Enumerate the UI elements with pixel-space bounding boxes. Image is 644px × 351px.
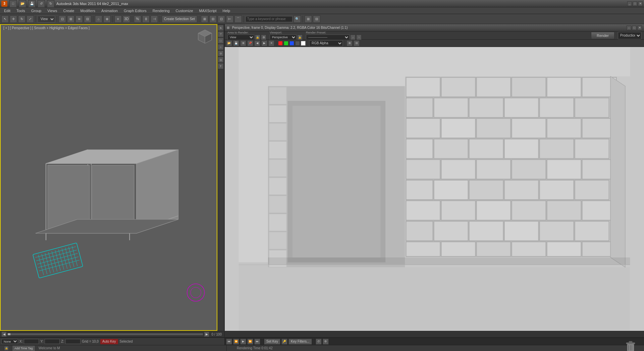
snap3-btn[interactable]: ≋ xyxy=(75,15,83,23)
red-channel-btn[interactable] xyxy=(278,41,283,46)
torus-btn[interactable]: ◎ xyxy=(218,57,224,63)
render-quick-btn[interactable]: ⊞ xyxy=(305,15,312,23)
array-btn[interactable]: ⊢ xyxy=(226,15,233,23)
add-time-tag-btn[interactable]: Add Time Tag xyxy=(12,345,35,351)
curve-btn[interactable]: ⌒ xyxy=(234,15,242,23)
menu-rendering[interactable]: Rendering xyxy=(150,8,172,13)
area-to-render-dropdown[interactable]: View xyxy=(227,35,254,40)
rotate-btn[interactable]: ↻ xyxy=(18,15,25,23)
3d-btn[interactable]: 3D xyxy=(123,15,130,23)
svg-rect-88 xyxy=(434,221,468,241)
link-btn[interactable]: ⌂ xyxy=(95,15,102,23)
layer-btn[interactable]: ⊞ xyxy=(201,15,208,23)
render-pin-btn[interactable]: 📌 xyxy=(247,40,253,46)
render-zoom-btn[interactable]: ⊞ xyxy=(346,40,353,46)
save-btn[interactable]: 💾 xyxy=(28,0,36,7)
filter-dropdown[interactable]: None xyxy=(1,339,18,344)
render-type-dropdown[interactable]: Production xyxy=(618,32,641,39)
viewport-label: Viewport: xyxy=(270,31,303,34)
menu-help[interactable]: Help xyxy=(220,8,233,13)
create-selection-btn[interactable]: Create Selection Set xyxy=(162,15,197,23)
timeline-next-btn[interactable]: ▶ xyxy=(204,332,209,337)
search-submit-btn[interactable]: 🔍 xyxy=(293,15,301,23)
text-btn[interactable]: T xyxy=(218,63,224,69)
new-btn[interactable]: □ xyxy=(9,0,17,7)
white-channel-btn[interactable] xyxy=(301,41,306,46)
timeline-area: ◀ ▶ 0 / 100 xyxy=(0,332,225,337)
bind-btn[interactable]: ⊕ xyxy=(103,15,111,23)
percent-btn[interactable]: % xyxy=(134,15,141,23)
area-lock-btn[interactable]: 🔒 xyxy=(255,35,260,40)
render-close-btn[interactable]: ✕ xyxy=(637,26,642,30)
x-input[interactable] xyxy=(24,339,39,344)
scale-btn[interactable]: ⤢ xyxy=(26,15,34,23)
undo-btn[interactable]: ↺ xyxy=(38,0,45,7)
open-btn[interactable]: 📂 xyxy=(19,0,26,7)
render-channel-prev-btn[interactable]: ◀ xyxy=(254,40,260,46)
menu-views[interactable]: Views xyxy=(45,8,60,13)
render-minimize-btn[interactable]: – xyxy=(627,26,631,30)
top-view-btn[interactable]: ⊤ xyxy=(218,31,224,37)
sphere-btn[interactable]: ○ xyxy=(218,44,224,50)
cyl-btn[interactable]: ⊙ xyxy=(218,50,224,56)
render-maximize-btn[interactable]: □ xyxy=(632,26,637,30)
preset-save-btn[interactable]: ↑ xyxy=(356,35,362,40)
area-settings-btn[interactable]: ⚙ xyxy=(261,35,266,40)
render-channel-next-btn[interactable]: ▶ xyxy=(261,40,267,46)
render-clone-btn[interactable]: ⊞ xyxy=(240,40,246,46)
viewport-lock-btn[interactable]: 🔒 xyxy=(297,35,303,40)
snap4-btn[interactable]: ⊟ xyxy=(84,15,91,23)
z-input[interactable] xyxy=(65,339,80,344)
close-btn[interactable]: ✕ xyxy=(638,1,643,6)
align-btn[interactable]: ⊣ xyxy=(151,15,158,23)
render-channel-dropdown[interactable]: RGB Alpha Red Green Blue Mono Alpha xyxy=(309,40,343,46)
menu-group[interactable]: Group xyxy=(29,8,44,13)
menu-animation[interactable]: Animation xyxy=(99,8,120,13)
redo-btn[interactable]: ↻ xyxy=(47,0,54,7)
render-preset-dropdown[interactable]: ------------------- xyxy=(306,35,350,40)
mono-channel-btn[interactable] xyxy=(295,41,300,46)
preset-load-btn[interactable]: ↓ xyxy=(350,35,356,40)
blue-channel-btn[interactable] xyxy=(289,41,294,46)
subobj-btn[interactable]: ≡ xyxy=(114,15,122,23)
snap2-btn[interactable]: ⊞ xyxy=(67,15,74,23)
render-set-btn[interactable]: ⊟ xyxy=(313,15,320,23)
render-clear-btn[interactable]: ✕ xyxy=(268,40,274,46)
menu-customize[interactable]: Customize xyxy=(173,8,196,13)
timeline-scrubber[interactable] xyxy=(7,333,203,336)
std-tab[interactable]: S xyxy=(218,25,224,31)
mirror-btn[interactable]: ⧮ xyxy=(142,15,150,23)
menu-maxscript[interactable]: MAXScript xyxy=(197,8,219,13)
snap-btn[interactable]: ⊡ xyxy=(59,15,66,23)
view-dropdown[interactable]: View xyxy=(38,16,55,22)
box-btn[interactable]: □ xyxy=(218,38,224,44)
recycle-icon[interactable]: Корзина xyxy=(622,340,639,351)
y-input[interactable] xyxy=(45,339,60,344)
viewport-dropdown[interactable]: Perspective xyxy=(270,35,297,40)
maximize-btn[interactable]: □ xyxy=(633,1,637,6)
select-btn[interactable]: ↖ xyxy=(1,15,9,23)
move-btn[interactable]: ✛ xyxy=(10,15,17,23)
timeline-prev-btn[interactable]: ◀ xyxy=(1,332,7,337)
search-input[interactable] xyxy=(246,16,292,22)
render-open-btn[interactable]: 📂 xyxy=(226,40,232,46)
svg-rect-75 xyxy=(406,180,433,200)
menu-modifiers[interactable]: Modifiers xyxy=(77,8,98,13)
auto-key-btn[interactable]: Auto Key xyxy=(100,339,118,345)
mirror2-btn[interactable]: ⊡ xyxy=(218,15,225,23)
render-zoom2-btn[interactable]: ⊟ xyxy=(354,40,360,46)
svg-rect-76 xyxy=(434,180,468,200)
go-start-btn[interactable]: ⏮ xyxy=(226,339,232,345)
green-channel-btn[interactable] xyxy=(284,41,288,46)
svg-rect-83 xyxy=(476,201,511,220)
scene-btn[interactable]: ⊟ xyxy=(209,15,217,23)
time-tag-lock-btn[interactable]: 🔒 xyxy=(4,346,9,351)
menu-graph-editors[interactable]: Graph Editors xyxy=(121,8,149,13)
minimize-btn[interactable]: _ xyxy=(627,1,632,6)
menu-edit[interactable]: Edit xyxy=(1,8,13,13)
viewport-3d[interactable]: [ + ] [ Perspective ] [ Smooth + Highlig… xyxy=(0,24,217,331)
render-button[interactable]: Render xyxy=(591,32,614,39)
menu-create[interactable]: Create xyxy=(60,8,77,13)
menu-tools[interactable]: Tools xyxy=(14,8,28,13)
render-save-btn[interactable]: 💾 xyxy=(233,40,239,46)
